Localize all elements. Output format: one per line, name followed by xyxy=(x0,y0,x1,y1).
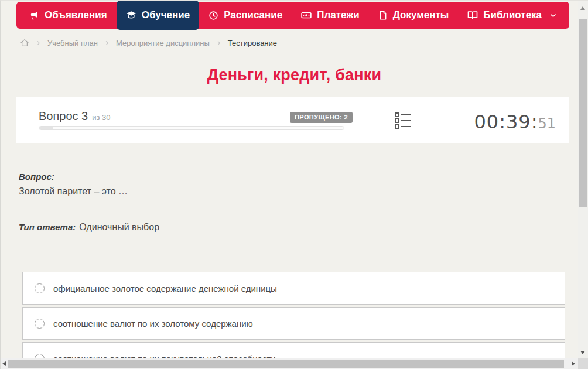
breadcrumb-item-testing: Тестирование xyxy=(228,39,277,47)
nav-item-label: Библиотека xyxy=(483,9,542,21)
answer-option[interactable]: соотношение валют по их золотому содержа… xyxy=(22,307,565,340)
answer-type-row: Тип ответа:Одиночный выбор xyxy=(19,222,159,233)
nav-item-label: Расписание xyxy=(224,9,282,21)
horizontal-scrollbar-thumb[interactable] xyxy=(8,360,564,368)
answer-option-label: официальное золотое содержание денежной … xyxy=(53,283,277,293)
scrollbar-corner xyxy=(578,358,588,369)
nav-item-label: Документы xyxy=(393,9,449,21)
chevron-right-icon xyxy=(35,40,42,46)
banknote-icon xyxy=(301,10,312,20)
answer-type-value: Одиночный выбор xyxy=(79,222,159,232)
chevron-right-icon xyxy=(104,40,110,46)
nav-item-label: Обучение xyxy=(142,9,190,21)
nav-item-label: Платежи xyxy=(317,9,360,21)
scroll-down-button[interactable] xyxy=(580,351,585,354)
question-panel: Вопрос 3из 30 ПРОПУЩЕНО: 2 00:39:51 xyxy=(16,97,569,143)
answer-option-label: соотношение валют по их золотому содержа… xyxy=(53,319,253,329)
chevron-down-icon xyxy=(549,12,557,19)
breadcrumb: Учебный план Мероприятие дисциплины Тест… xyxy=(20,37,277,49)
page-title: Деньги, кредит, банки xyxy=(1,66,588,84)
question-text: Золотой паритет – это … xyxy=(19,186,128,197)
nav-item-learning[interactable]: Обучение xyxy=(117,1,199,30)
timer: 00:39:51 xyxy=(474,111,556,133)
book-icon xyxy=(467,10,478,20)
question-progressbar-fill xyxy=(39,127,53,129)
scroll-left-button[interactable] xyxy=(2,361,6,366)
horizontal-scrollbar[interactable] xyxy=(1,358,579,369)
document-icon xyxy=(378,11,388,20)
question-progressbar xyxy=(39,126,344,130)
nav-item-documents[interactable]: Документы xyxy=(369,2,459,29)
scroll-up-button[interactable] xyxy=(580,6,585,10)
question-counter: Вопрос 3из 30 xyxy=(39,110,111,123)
timer-hours-minutes: 00:39: xyxy=(474,111,538,133)
question-label: Вопрос: xyxy=(19,172,54,182)
clock-icon xyxy=(208,11,218,20)
question-list-icon[interactable] xyxy=(394,111,412,130)
scroll-right-button[interactable] xyxy=(572,361,575,366)
home-icon xyxy=(20,38,29,47)
answer-option[interactable]: официальное золотое содержание денежной … xyxy=(22,272,565,305)
nav-item-payments[interactable]: Платежи xyxy=(292,2,369,29)
breadcrumb-item-discipline-event[interactable]: Мероприятие дисциплины xyxy=(116,39,210,47)
vertical-scrollbar-thumb[interactable] xyxy=(579,19,587,207)
answer-options: официальное золотое содержание денежной … xyxy=(22,272,565,369)
nav-item-schedule[interactable]: Расписание xyxy=(199,2,292,29)
nav-item-announcements[interactable]: Объявления xyxy=(20,2,117,29)
question-of: из 30 xyxy=(92,113,110,122)
nav-item-label: Объявления xyxy=(45,9,107,21)
skipped-badge: ПРОПУЩЕНО: 2 xyxy=(290,112,353,123)
graduation-cap-icon xyxy=(126,10,136,20)
nav-item-library[interactable]: Библиотека xyxy=(458,2,566,29)
timer-seconds: 51 xyxy=(538,115,556,132)
radio-button[interactable] xyxy=(35,283,45,293)
radio-button[interactable] xyxy=(35,319,45,329)
breadcrumb-home[interactable] xyxy=(20,38,29,47)
answer-type-label: Тип ответа: xyxy=(19,222,76,232)
breadcrumb-item-curriculum[interactable]: Учебный план xyxy=(47,39,98,47)
main-navbar: Объявления Обучение Расписание Платежи Д… xyxy=(16,2,569,29)
vertical-scrollbar[interactable] xyxy=(578,1,588,359)
megaphone-icon xyxy=(29,11,39,20)
question-counter-label: Вопрос 3 xyxy=(39,110,88,122)
chevron-right-icon xyxy=(216,40,222,46)
